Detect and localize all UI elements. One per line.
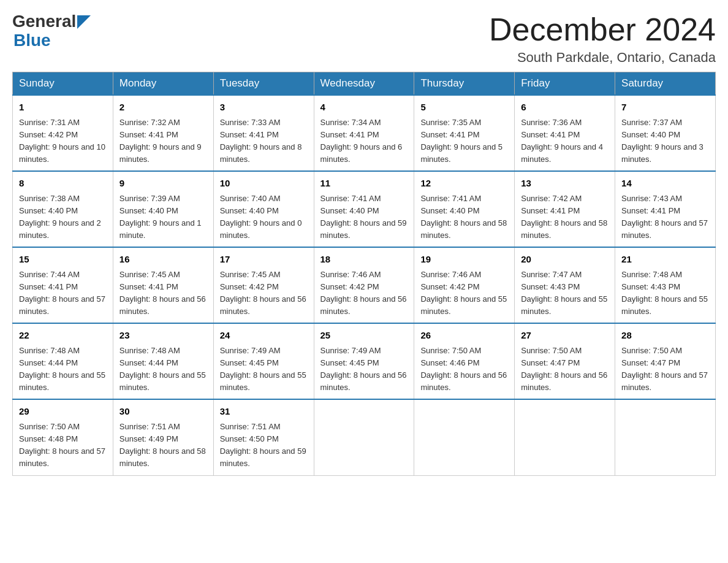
day-header-monday: Monday bbox=[113, 72, 213, 96]
day-info: Sunrise: 7:46 AMSunset: 4:42 PMDaylight:… bbox=[420, 269, 508, 318]
calendar-cell: 12Sunrise: 7:41 AMSunset: 4:40 PMDayligh… bbox=[414, 171, 515, 247]
week-row-5: 29Sunrise: 7:50 AMSunset: 4:48 PMDayligh… bbox=[13, 399, 716, 475]
logo-blue-text: Blue bbox=[12, 31, 91, 50]
title-block: December 2024 South Parkdale, Ontario, C… bbox=[489, 12, 716, 66]
day-info: Sunrise: 7:38 AMSunset: 4:40 PMDaylight:… bbox=[19, 193, 107, 242]
day-info: Sunrise: 7:42 AMSunset: 4:41 PMDaylight:… bbox=[521, 193, 609, 242]
month-title: December 2024 bbox=[489, 12, 716, 47]
day-number: 11 bbox=[320, 177, 408, 191]
logo-general: General bbox=[12, 12, 76, 31]
day-header-saturday: Saturday bbox=[615, 72, 716, 96]
calendar-cell: 30Sunrise: 7:51 AMSunset: 4:49 PMDayligh… bbox=[113, 399, 213, 475]
day-number: 13 bbox=[521, 177, 609, 191]
day-info: Sunrise: 7:36 AMSunset: 4:41 PMDaylight:… bbox=[521, 117, 609, 166]
day-number: 22 bbox=[19, 329, 107, 343]
day-number: 27 bbox=[521, 329, 609, 343]
calendar-cell: 5Sunrise: 7:35 AMSunset: 4:41 PMDaylight… bbox=[414, 95, 515, 171]
calendar-cell: 10Sunrise: 7:40 AMSunset: 4:40 PMDayligh… bbox=[213, 171, 314, 247]
day-number: 21 bbox=[621, 253, 709, 267]
day-info: Sunrise: 7:46 AMSunset: 4:42 PMDaylight:… bbox=[320, 269, 408, 318]
calendar-cell: 25Sunrise: 7:49 AMSunset: 4:45 PMDayligh… bbox=[314, 323, 414, 399]
day-info: Sunrise: 7:41 AMSunset: 4:40 PMDaylight:… bbox=[320, 193, 408, 242]
day-info: Sunrise: 7:50 AMSunset: 4:47 PMDaylight:… bbox=[621, 345, 709, 394]
day-number: 10 bbox=[220, 177, 308, 191]
day-number: 24 bbox=[220, 329, 308, 343]
calendar-cell: 2Sunrise: 7:32 AMSunset: 4:41 PMDaylight… bbox=[113, 95, 213, 171]
day-number: 5 bbox=[420, 101, 508, 115]
calendar-cell: 9Sunrise: 7:39 AMSunset: 4:40 PMDaylight… bbox=[113, 171, 213, 247]
day-header-friday: Friday bbox=[515, 72, 615, 96]
day-info: Sunrise: 7:35 AMSunset: 4:41 PMDaylight:… bbox=[420, 117, 508, 166]
day-info: Sunrise: 7:32 AMSunset: 4:41 PMDaylight:… bbox=[119, 117, 207, 166]
day-info: Sunrise: 7:44 AMSunset: 4:41 PMDaylight:… bbox=[19, 269, 107, 318]
calendar-cell: 11Sunrise: 7:41 AMSunset: 4:40 PMDayligh… bbox=[314, 171, 414, 247]
day-info: Sunrise: 7:50 AMSunset: 4:47 PMDaylight:… bbox=[521, 345, 609, 394]
day-number: 7 bbox=[621, 101, 709, 115]
day-info: Sunrise: 7:39 AMSunset: 4:40 PMDaylight:… bbox=[119, 193, 207, 242]
day-number: 17 bbox=[220, 253, 308, 267]
svg-marker-0 bbox=[77, 15, 91, 29]
calendar-cell: 24Sunrise: 7:49 AMSunset: 4:45 PMDayligh… bbox=[213, 323, 314, 399]
calendar-cell: 17Sunrise: 7:45 AMSunset: 4:42 PMDayligh… bbox=[213, 247, 314, 323]
calendar-cell: 23Sunrise: 7:48 AMSunset: 4:44 PMDayligh… bbox=[113, 323, 213, 399]
day-number: 25 bbox=[320, 329, 408, 343]
day-number: 15 bbox=[19, 253, 107, 267]
calendar-cell bbox=[314, 399, 414, 475]
calendar-cell: 4Sunrise: 7:34 AMSunset: 4:41 PMDaylight… bbox=[314, 95, 414, 171]
day-number: 23 bbox=[119, 329, 207, 343]
calendar-cell: 28Sunrise: 7:50 AMSunset: 4:47 PMDayligh… bbox=[615, 323, 716, 399]
day-info: Sunrise: 7:48 AMSunset: 4:44 PMDaylight:… bbox=[19, 345, 107, 394]
day-number: 2 bbox=[119, 101, 207, 115]
calendar-cell: 22Sunrise: 7:48 AMSunset: 4:44 PMDayligh… bbox=[13, 323, 113, 399]
calendar-cell: 18Sunrise: 7:46 AMSunset: 4:42 PMDayligh… bbox=[314, 247, 414, 323]
day-number: 6 bbox=[521, 101, 609, 115]
day-number: 3 bbox=[220, 101, 308, 115]
location-title: South Parkdale, Ontario, Canada bbox=[489, 50, 716, 66]
day-number: 28 bbox=[621, 329, 709, 343]
week-row-2: 8Sunrise: 7:38 AMSunset: 4:40 PMDaylight… bbox=[13, 171, 716, 247]
calendar-cell: 31Sunrise: 7:51 AMSunset: 4:50 PMDayligh… bbox=[213, 399, 314, 475]
day-number: 4 bbox=[320, 101, 408, 115]
day-header-wednesday: Wednesday bbox=[314, 72, 414, 96]
calendar-cell: 1Sunrise: 7:31 AMSunset: 4:42 PMDaylight… bbox=[13, 95, 113, 171]
day-info: Sunrise: 7:31 AMSunset: 4:42 PMDaylight:… bbox=[19, 117, 107, 166]
day-info: Sunrise: 7:50 AMSunset: 4:48 PMDaylight:… bbox=[19, 421, 107, 470]
day-info: Sunrise: 7:47 AMSunset: 4:43 PMDaylight:… bbox=[521, 269, 609, 318]
day-number: 12 bbox=[420, 177, 508, 191]
day-number: 19 bbox=[420, 253, 508, 267]
calendar-cell bbox=[515, 399, 615, 475]
day-info: Sunrise: 7:43 AMSunset: 4:41 PMDaylight:… bbox=[621, 193, 709, 242]
day-number: 14 bbox=[621, 177, 709, 191]
week-row-4: 22Sunrise: 7:48 AMSunset: 4:44 PMDayligh… bbox=[13, 323, 716, 399]
calendar-cell: 21Sunrise: 7:48 AMSunset: 4:43 PMDayligh… bbox=[615, 247, 716, 323]
day-header-tuesday: Tuesday bbox=[213, 72, 314, 96]
day-number: 18 bbox=[320, 253, 408, 267]
day-number: 1 bbox=[19, 101, 107, 115]
logo: General Blue bbox=[12, 12, 91, 50]
day-number: 9 bbox=[119, 177, 207, 191]
day-header-sunday: Sunday bbox=[13, 72, 113, 96]
day-info: Sunrise: 7:48 AMSunset: 4:44 PMDaylight:… bbox=[119, 345, 207, 394]
calendar-cell: 27Sunrise: 7:50 AMSunset: 4:47 PMDayligh… bbox=[515, 323, 615, 399]
day-info: Sunrise: 7:45 AMSunset: 4:41 PMDaylight:… bbox=[119, 269, 207, 318]
day-number: 30 bbox=[119, 405, 207, 419]
day-number: 20 bbox=[521, 253, 609, 267]
day-info: Sunrise: 7:33 AMSunset: 4:41 PMDaylight:… bbox=[220, 117, 308, 166]
day-number: 31 bbox=[220, 405, 308, 419]
calendar-cell: 14Sunrise: 7:43 AMSunset: 4:41 PMDayligh… bbox=[615, 171, 716, 247]
calendar-table: SundayMondayTuesdayWednesdayThursdayFrid… bbox=[12, 72, 716, 475]
calendar-cell: 15Sunrise: 7:44 AMSunset: 4:41 PMDayligh… bbox=[13, 247, 113, 323]
day-info: Sunrise: 7:51 AMSunset: 4:49 PMDaylight:… bbox=[119, 421, 207, 470]
logo-triangle-icon bbox=[77, 15, 91, 29]
week-row-1: 1Sunrise: 7:31 AMSunset: 4:42 PMDaylight… bbox=[13, 95, 716, 171]
day-info: Sunrise: 7:50 AMSunset: 4:46 PMDaylight:… bbox=[420, 345, 508, 394]
calendar-cell: 29Sunrise: 7:50 AMSunset: 4:48 PMDayligh… bbox=[13, 399, 113, 475]
day-info: Sunrise: 7:49 AMSunset: 4:45 PMDaylight:… bbox=[320, 345, 408, 394]
calendar-cell bbox=[414, 399, 515, 475]
day-info: Sunrise: 7:40 AMSunset: 4:40 PMDaylight:… bbox=[220, 193, 308, 242]
day-number: 29 bbox=[19, 405, 107, 419]
day-info: Sunrise: 7:37 AMSunset: 4:40 PMDaylight:… bbox=[621, 117, 709, 166]
calendar-cell: 3Sunrise: 7:33 AMSunset: 4:41 PMDaylight… bbox=[213, 95, 314, 171]
day-header-thursday: Thursday bbox=[414, 72, 515, 96]
page-header: General Blue December 2024 South Parkdal… bbox=[12, 12, 716, 66]
